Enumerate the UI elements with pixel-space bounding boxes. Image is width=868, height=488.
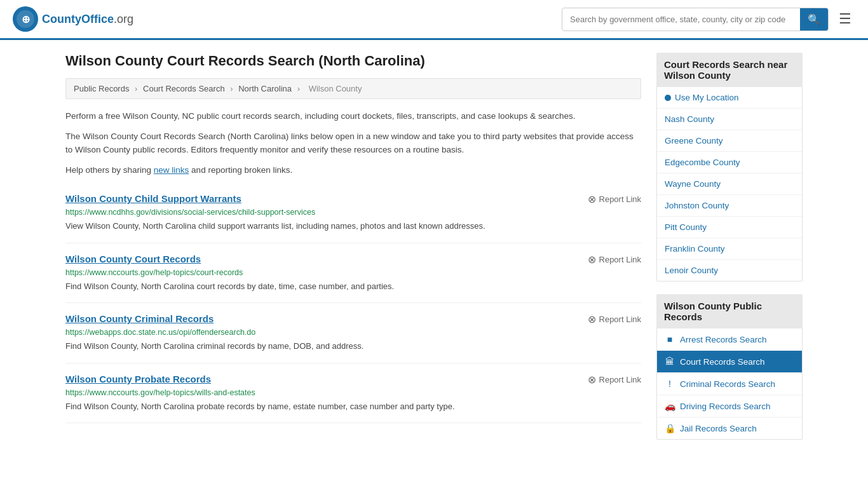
record-item: Wilson County Probate Records ⊗ Report L…	[65, 363, 641, 424]
report-link-label: Report Link	[599, 255, 641, 264]
nearby-county-item[interactable]: Wayne County	[657, 173, 802, 195]
sidebar: Court Records Search near Wilson County …	[656, 53, 803, 452]
public-record-link-item[interactable]: 🏛Court Records Search	[657, 351, 802, 373]
report-link-label: Report Link	[599, 315, 641, 324]
site-header: ⊕ CountyOffice.org 🔍 ☰	[0, 0, 868, 40]
sidebar-item-icon: !	[665, 379, 675, 389]
breadcrumb-north-carolina[interactable]: North Carolina	[238, 84, 292, 93]
public-record-link-item[interactable]: 🔒Jail Records Search	[657, 417, 802, 439]
records-container: Wilson County Child Support Warrants ⊗ R…	[65, 183, 641, 423]
report-link-label: Report Link	[599, 375, 641, 384]
public-records-section: Wilson County Public Records ■Arrest Rec…	[656, 294, 803, 440]
use-my-location-label: Use My Location	[675, 93, 739, 102]
sidebar-item-label: Court Records Search	[680, 357, 765, 367]
record-item: Wilson County Court Records ⊗ Report Lin…	[65, 243, 641, 304]
record-url[interactable]: https://www.nccourts.gov/help-topics/cou…	[65, 268, 641, 277]
hamburger-menu-icon[interactable]: ☰	[835, 7, 855, 31]
record-desc: View Wilson County, North Carolina child…	[65, 220, 641, 233]
logo-icon: ⊕	[13, 6, 38, 32]
nearby-section: Court Records Search near Wilson County …	[656, 53, 803, 281]
description-1: Perform a free Wilson County, NC public …	[65, 109, 641, 123]
use-my-location[interactable]: Use My Location	[657, 87, 802, 109]
nearby-county-item[interactable]: Greene County	[657, 130, 802, 152]
sidebar-item-icon: 🚗	[665, 401, 675, 411]
nearby-section-title: Court Records Search near Wilson County	[656, 53, 803, 87]
record-desc: Find Wilson County, North Carolina court…	[65, 280, 641, 293]
nearby-links: Use My Location Nash CountyGreene County…	[656, 87, 803, 281]
nearby-county-item[interactable]: Franklin County	[657, 238, 802, 260]
record-title[interactable]: Wilson County Child Support Warrants	[65, 193, 241, 204]
sidebar-item-label: Driving Records Search	[680, 402, 771, 411]
record-item: Wilson County Criminal Records ⊗ Report …	[65, 303, 641, 363]
record-url[interactable]: https://www.ncdhhs.gov/divisions/social-…	[65, 208, 641, 217]
record-header: Wilson County Criminal Records ⊗ Report …	[65, 313, 641, 325]
breadcrumb-sep1: ›	[135, 84, 140, 93]
record-title[interactable]: Wilson County Criminal Records	[65, 313, 214, 324]
svg-text:⊕: ⊕	[22, 14, 30, 25]
nearby-county-item[interactable]: Lenoir County	[657, 260, 802, 281]
breadcrumb: Public Records › Court Records Search › …	[65, 78, 641, 99]
breadcrumb-public-records[interactable]: Public Records	[74, 84, 129, 93]
record-header: Wilson County Court Records ⊗ Report Lin…	[65, 254, 641, 266]
record-desc: Find Wilson County, North Carolina crimi…	[65, 340, 641, 353]
record-desc: Find Wilson County, North Carolina proba…	[65, 400, 641, 413]
report-icon: ⊗	[588, 374, 596, 386]
page-title: Wilson County Court Records Search (Nort…	[65, 53, 641, 69]
sidebar-item-label: Arrest Records Search	[680, 335, 767, 344]
public-record-link-item[interactable]: 🚗Driving Records Search	[657, 395, 802, 417]
search-input[interactable]	[562, 10, 800, 29]
report-link[interactable]: ⊗ Report Link	[588, 313, 641, 325]
nearby-county-item[interactable]: Pitt County	[657, 217, 802, 238]
search-bar: 🔍	[562, 8, 829, 31]
breadcrumb-sep2: ›	[230, 84, 235, 93]
public-record-link-item[interactable]: !Criminal Records Search	[657, 373, 802, 395]
record-title[interactable]: Wilson County Probate Records	[65, 374, 211, 384]
nearby-counties-list: Nash CountyGreene CountyEdgecombe County…	[657, 109, 802, 281]
report-icon: ⊗	[588, 254, 596, 266]
report-link[interactable]: ⊗ Report Link	[588, 374, 641, 386]
location-dot-icon	[665, 95, 671, 101]
record-url[interactable]: https://www.nccourts.gov/help-topics/wil…	[65, 388, 641, 397]
breadcrumb-court-records[interactable]: Court Records Search	[143, 84, 225, 93]
sidebar-item-icon: 🏛	[665, 356, 675, 367]
report-icon: ⊗	[588, 313, 596, 325]
public-records-links: ■Arrest Records Search🏛Court Records Sea…	[656, 329, 803, 440]
logo[interactable]: ⊕ CountyOffice.org	[13, 6, 133, 32]
public-record-link-item[interactable]: ■Arrest Records Search	[657, 329, 802, 351]
sidebar-item-icon: ■	[665, 334, 675, 344]
record-item: Wilson County Child Support Warrants ⊗ R…	[65, 183, 641, 243]
nearby-county-item[interactable]: Nash County	[657, 109, 802, 130]
record-url[interactable]: https://webapps.doc.state.nc.us/opi/offe…	[65, 328, 641, 337]
record-title[interactable]: Wilson County Court Records	[65, 254, 201, 264]
header-right: 🔍 ☰	[562, 7, 855, 31]
description-2: The Wilson County Court Records Search (…	[65, 130, 641, 157]
new-links[interactable]: new links	[154, 165, 189, 175]
record-header: Wilson County Probate Records ⊗ Report L…	[65, 374, 641, 386]
left-content: Wilson County Court Records Search (Nort…	[65, 53, 641, 452]
record-header: Wilson County Child Support Warrants ⊗ R…	[65, 193, 641, 205]
main-content: Wilson County Court Records Search (Nort…	[53, 40, 815, 465]
breadcrumb-sep3: ›	[297, 84, 302, 93]
logo-text: CountyOffice.org	[42, 13, 133, 26]
description-3: Help others by sharing new links and rep…	[65, 163, 641, 177]
public-records-title: Wilson County Public Records	[656, 294, 803, 329]
report-icon: ⊗	[588, 193, 596, 205]
nearby-county-item[interactable]: Edgecombe County	[657, 152, 802, 173]
sidebar-item-label: Criminal Records Search	[680, 379, 775, 389]
sidebar-item-icon: 🔒	[665, 423, 675, 433]
report-link-label: Report Link	[599, 194, 641, 204]
breadcrumb-wilson-county: Wilson County	[309, 84, 362, 93]
report-link[interactable]: ⊗ Report Link	[588, 254, 641, 266]
public-records-list: ■Arrest Records Search🏛Court Records Sea…	[657, 329, 802, 439]
search-button[interactable]: 🔍	[800, 8, 828, 30]
report-link[interactable]: ⊗ Report Link	[588, 193, 641, 205]
nearby-county-item[interactable]: Johnston County	[657, 195, 802, 217]
sidebar-item-label: Jail Records Search	[680, 424, 757, 433]
